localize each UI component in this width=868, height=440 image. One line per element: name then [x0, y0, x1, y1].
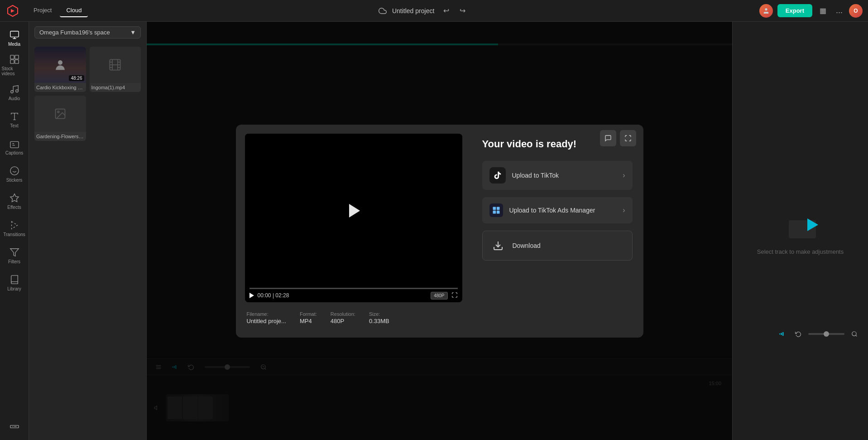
tiktok-ads-chevron-icon: › [623, 206, 625, 214]
zoom-range-slider[interactable] [808, 333, 844, 335]
upload-tiktok-card[interactable]: Upload to TikTok › [482, 161, 633, 190]
effects-icon [10, 193, 19, 203]
sidebar-item-stickers[interactable]: Stickers [2, 161, 27, 187]
size-label: Size: [369, 311, 389, 317]
filename-value: Untitled proje... [247, 318, 286, 324]
media-item[interactable]: 48:26 Cardio Kickboxing Work [34, 47, 86, 92]
media-item[interactable]: Gardening-Flowers-Pla [34, 96, 86, 141]
stickers-icon [10, 166, 19, 176]
media-name-2: Ingoma(1).mp4 [90, 83, 141, 92]
resolution-value: 480P [331, 318, 344, 324]
select-track-label: Select track to make adjustments [757, 248, 844, 255]
sidebar-item-effects[interactable]: Effects [2, 189, 27, 214]
tiktok-ads-icon [489, 203, 503, 217]
video-progress-bar[interactable] [249, 288, 458, 289]
modal-body: 00:00 | 02:28 480P [236, 125, 643, 338]
svg-rect-18 [493, 210, 496, 213]
play-arrow-icon [807, 218, 818, 231]
more-button[interactable]: ... [834, 6, 844, 15]
svg-rect-17 [496, 207, 499, 210]
media-grid: 48:26 Cardio Kickboxing Work Ingoma(1).m… [29, 43, 146, 145]
user-avatar[interactable]: O [849, 4, 863, 18]
transitions-icon [10, 220, 19, 230]
video-player: 00:00 | 02:28 480P [245, 134, 462, 302]
tab-cloud[interactable]: Cloud [60, 4, 88, 17]
svg-point-31 [852, 332, 856, 336]
sidebar-item-captions[interactable]: Captions [2, 134, 27, 160]
fullscreen-button[interactable] [451, 292, 458, 300]
video-preview-area[interactable] [245, 134, 462, 288]
nav-tabs: Project Cloud [27, 4, 88, 17]
svg-point-9 [10, 166, 18, 174]
sidebar-item-filters[interactable]: Filters [2, 243, 27, 268]
preview-area: 00:00 | 02:28 480P [147, 22, 732, 440]
tiktok-icon [489, 167, 506, 184]
media-thumbnail-3 [34, 96, 86, 132]
svg-point-6 [10, 90, 13, 93]
nav-right: Export ▦ ... O [759, 4, 863, 18]
sidebar-label-transitions: Transitions [3, 232, 25, 237]
download-label: Download [513, 242, 625, 249]
space-selector[interactable]: Omega Fumba196's space ▼ [34, 26, 141, 39]
film-icon [90, 47, 141, 83]
zoom-controls [776, 328, 861, 340]
file-info-format: Format: MP4 [300, 311, 317, 325]
cloud-save-btn[interactable] [379, 7, 387, 15]
video-current-time: 00:00 [258, 292, 271, 299]
redo-button[interactable]: ↪ [456, 5, 469, 17]
size-value: 0.33MB [369, 318, 389, 324]
download-icon [490, 237, 506, 254]
tiktok-upload-label: Upload to TikTok [512, 172, 617, 179]
tab-project[interactable]: Project [27, 4, 58, 17]
svg-rect-19 [496, 210, 499, 213]
zoom-in-button[interactable] [776, 328, 788, 340]
video-time-display: 00:00 | 02:28 [258, 292, 289, 299]
media-thumbnail-1: 48:26 [34, 47, 86, 83]
video-total-time: 02:28 [275, 292, 289, 299]
format-label: Format: [300, 311, 317, 317]
svg-point-0 [765, 8, 767, 10]
sidebar-item-library[interactable]: Library [2, 270, 27, 295]
export-button[interactable]: Export [777, 4, 812, 17]
format-value: MP4 [300, 318, 312, 324]
sidebar-label-effects: Effects [7, 205, 21, 210]
download-card[interactable]: Download [482, 231, 633, 261]
play-button-large[interactable] [349, 204, 360, 218]
undo-redo-group: ↩ ↪ [440, 5, 469, 17]
svg-marker-10 [10, 248, 18, 256]
text-icon [10, 111, 19, 121]
upload-tiktok-ads-card[interactable]: Upload to TikTok Ads Manager › [482, 197, 633, 223]
image-icon [34, 96, 86, 132]
sidebar-item-text[interactable]: Text [2, 107, 27, 132]
right-panel: Select track to make adjustments [732, 22, 868, 440]
quality-badge[interactable]: 480P [431, 292, 447, 300]
svg-rect-28 [779, 334, 780, 334]
sidebar-label-audio: Audio [9, 96, 20, 101]
modal-fullscreen-button[interactable] [620, 130, 636, 146]
sidebar-item-media[interactable]: Media [2, 25, 27, 51]
sidebar-label-filters: Filters [8, 259, 20, 264]
sidebar-item-stock[interactable]: Stock videos [2, 53, 27, 78]
zoom-search-button[interactable] [848, 328, 861, 340]
sidebar-item-transitions[interactable]: Transitions [2, 216, 27, 241]
sidebar-label-library: Library [7, 286, 21, 291]
project-title: Untitled project [392, 7, 434, 15]
sidebar-item-captions-bottom[interactable] [2, 411, 27, 436]
zoom-range-handle[interactable] [824, 331, 829, 337]
sidebar-item-audio[interactable]: Audio [2, 80, 27, 105]
media-item[interactable]: Ingoma(1).mp4 [90, 47, 141, 92]
modal-comment-button[interactable] [600, 130, 616, 146]
svg-rect-16 [493, 207, 496, 210]
media-panel-header: Omega Fumba196's space ▼ [29, 22, 146, 43]
media-duration-1: 48:26 [69, 75, 84, 81]
play-button-small[interactable] [249, 293, 254, 298]
svg-rect-4 [10, 60, 14, 63]
tiktok-ads-upload-label: Upload to TikTok Ads Manager [509, 207, 617, 214]
filters-icon [10, 247, 19, 257]
layout-button[interactable]: ▦ [817, 5, 830, 17]
svg-line-32 [856, 335, 857, 337]
zoom-reset-button[interactable] [792, 328, 805, 340]
undo-button[interactable]: ↩ [440, 5, 452, 17]
svg-rect-8 [10, 141, 18, 148]
filename-label: Filename: [247, 311, 286, 317]
